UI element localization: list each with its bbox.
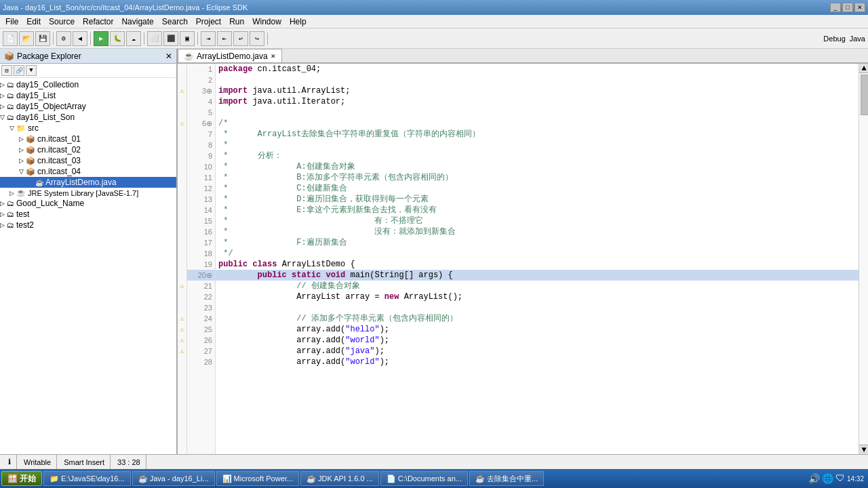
toolbar-btn-11[interactable]: ↪ <box>250 31 264 46</box>
expand-arrow[interactable]: ▽ <box>9 125 16 131</box>
tree-item-day15-list[interactable]: ▷ 🗂 day15_List <box>0 90 176 101</box>
project-icon: 🗂 <box>7 221 14 229</box>
scroll-thumb[interactable] <box>861 75 868 115</box>
tree-item-pkg03[interactable]: ▷ 📦 cn.itcast_03 <box>0 155 176 166</box>
status-writable-text: Writable <box>24 458 51 466</box>
expand-arrow[interactable]: ▷ <box>0 92 7 99</box>
taskbar-btn-2[interactable]: ☕ Java - day16_Li... <box>132 471 215 486</box>
scroll-down-button[interactable]: ▼ <box>859 445 868 454</box>
editor-tabs: ☕ ArrayListDemo.java ✕ <box>178 49 868 64</box>
tree-item-day15-collection[interactable]: ▷ 🗂 day15_Collection <box>0 79 176 90</box>
pkg-icon: 📦 <box>26 135 35 144</box>
line-num-9: 9 <box>187 150 215 161</box>
menu-help[interactable]: Help <box>285 16 311 28</box>
expand-arrow[interactable]: ▷ <box>19 136 26 142</box>
tree-item-pkg02[interactable]: ▷ 📦 cn.itcast_02 <box>0 144 176 155</box>
package-explorer: 📦 Package Explorer ✕ ⊟ 🔗 ▼ ▷ 🗂 day15_Col… <box>0 49 178 454</box>
status-insert-mode: Smart Insert <box>58 455 111 469</box>
expand-arrow[interactable]: ▽ <box>0 114 7 121</box>
open-button[interactable]: 📂 <box>19 31 34 46</box>
menu-run[interactable]: Run <box>225 16 248 28</box>
toolbar-btn-2[interactable]: ⚙ <box>56 31 71 46</box>
code-line-19: public class ArrayListDemo { <box>216 259 859 270</box>
tab-close-button[interactable]: ✕ <box>271 53 276 60</box>
save-button[interactable]: 💾 <box>35 31 50 46</box>
toolbar-btn-10[interactable]: ↩ <box>233 31 248 46</box>
expand-arrow[interactable]: ▽ <box>19 168 26 175</box>
taskbar-btn-5-label: 📄 C:\Documents an... <box>387 474 462 483</box>
menu-source[interactable]: Source <box>45 16 79 28</box>
menu-search[interactable]: Search <box>158 16 192 28</box>
pkg-icon: 📦 <box>26 146 35 155</box>
tree-item-day16-list-son[interactable]: ▽ 🗂 day16_List_Son <box>0 112 176 123</box>
expand-arrow[interactable]: ▷ <box>0 222 7 228</box>
toolbar-btn-8[interactable]: ⇥ <box>201 31 216 46</box>
toolbar-btn-3[interactable]: ◀ <box>73 31 87 46</box>
run-button[interactable]: ▶ <box>94 31 108 46</box>
menu-window[interactable]: Window <box>248 16 285 28</box>
tree-item-pkg04[interactable]: ▽ 📦 cn.itcast_04 <box>0 166 176 177</box>
expand-arrow[interactable]: ▷ <box>0 211 7 218</box>
code-line-23 <box>216 302 859 313</box>
taskbar-btn-5[interactable]: 📄 C:\Documents an... <box>380 471 468 486</box>
line-num-17: 17 <box>187 237 215 248</box>
menu-project[interactable]: Project <box>192 16 225 28</box>
expand-arrow[interactable]: ▷ <box>0 103 7 110</box>
editor-scrollbar[interactable]: ▲ ▼ <box>859 64 868 454</box>
minimize-button[interactable]: _ <box>830 3 841 12</box>
tree-item-day15-objectarray[interactable]: ▷ 🗂 day15_ObjectArray <box>0 101 176 112</box>
title-bar: Java - day16_List_Son/src/cn/itcast_04/A… <box>0 0 868 15</box>
taskbar-btn-3[interactable]: 📊 Microsoft Power... <box>216 471 299 486</box>
toolbar-btn-6[interactable]: ⬛ <box>163 31 178 46</box>
pe-collapse-btn[interactable]: ⊟ <box>1 65 12 76</box>
scroll-track[interactable] <box>859 73 868 445</box>
pe-link-btn[interactable]: 🔗 <box>14 65 24 76</box>
menu-refactor[interactable]: Refactor <box>79 16 117 28</box>
margin-2 <box>178 75 186 85</box>
debug-button[interactable]: 🐛 <box>110 31 125 46</box>
expand-arrow[interactable]: ▷ <box>0 200 7 207</box>
menu-file[interactable]: File <box>1 16 22 28</box>
new-button[interactable]: 📄 <box>3 31 18 46</box>
code-area[interactable]: package cn.itcast_04; import java.util.A… <box>216 64 859 454</box>
tree-item-test2[interactable]: ▷ 🗂 test2 <box>0 220 176 230</box>
tree-item-jre[interactable]: ▷ ☕ JRE System Library [JavaSE-1.7] <box>0 188 176 198</box>
toolbar-btn-4[interactable]: ☁ <box>126 31 141 46</box>
expand-arrow[interactable]: ▷ <box>9 190 16 197</box>
menu-navigate[interactable]: Navigate <box>117 16 157 28</box>
line-num-28: 28 <box>187 357 215 367</box>
toolbar-btn-5[interactable]: ⬜ <box>147 31 162 46</box>
taskbar-btn-1[interactable]: 📁 E:\JavaSE\day16... <box>43 471 131 486</box>
tree-item-src[interactable]: ▽ 📁 src <box>0 123 176 134</box>
tree-item-arraylistdemo[interactable]: ☕ ArrayListDemo.java <box>0 177 176 188</box>
editor-content[interactable]: ⚠ ⚠ ⚠ ⚠ <box>178 64 868 454</box>
pe-content[interactable]: ▷ 🗂 day15_Collection ▷ 🗂 day15_List ▷ 🗂 … <box>0 78 176 454</box>
taskbar-btn-4[interactable]: ☕ JDK API 1.6.0 ... <box>300 471 379 486</box>
tree-item-pkg01[interactable]: ▷ 📦 cn.itcast_01 <box>0 134 176 144</box>
toolbar-sep-1 <box>53 33 54 45</box>
expand-arrow[interactable]: ▷ <box>19 157 26 164</box>
tree-item-goodluck[interactable]: ▷ 🗂 Good_Luck_Name <box>0 198 176 209</box>
editor-tab-arraylistdemo[interactable]: ☕ ArrayListDemo.java ✕ <box>178 49 282 62</box>
taskbar-btn-2-label: ☕ Java - day16_Li... <box>138 474 209 483</box>
margin-6: ⚠ <box>178 118 186 129</box>
code-line-14: * E:拿这个元素到新集合去找，看有没有 <box>216 205 859 216</box>
pe-menu-btn[interactable]: ▼ <box>26 65 37 76</box>
taskbar-btn-6[interactable]: ☕ 去除集合中重... <box>469 471 544 486</box>
start-icon: 🪟 <box>7 474 18 483</box>
expand-arrow[interactable]: ▷ <box>0 81 7 88</box>
start-button[interactable]: 🪟 开始 <box>1 471 42 486</box>
maximize-button[interactable]: □ <box>842 3 853 12</box>
project-icon: 🗂 <box>7 81 14 89</box>
scroll-up-button[interactable]: ▲ <box>859 64 868 73</box>
line-num-26: 26 <box>187 335 215 346</box>
margin-26: ⚠ <box>178 324 186 335</box>
pe-close-icon[interactable]: ✕ <box>165 52 172 61</box>
menu-edit[interactable]: Edit <box>22 16 45 28</box>
close-button[interactable]: ✕ <box>854 3 865 12</box>
toolbar-btn-9[interactable]: ⇤ <box>217 31 232 46</box>
toolbar-btn-7[interactable]: ▣ <box>180 31 195 46</box>
code-line-6: /* <box>216 118 859 129</box>
tree-item-test[interactable]: ▷ 🗂 test <box>0 209 176 220</box>
expand-arrow[interactable]: ▷ <box>19 146 26 153</box>
